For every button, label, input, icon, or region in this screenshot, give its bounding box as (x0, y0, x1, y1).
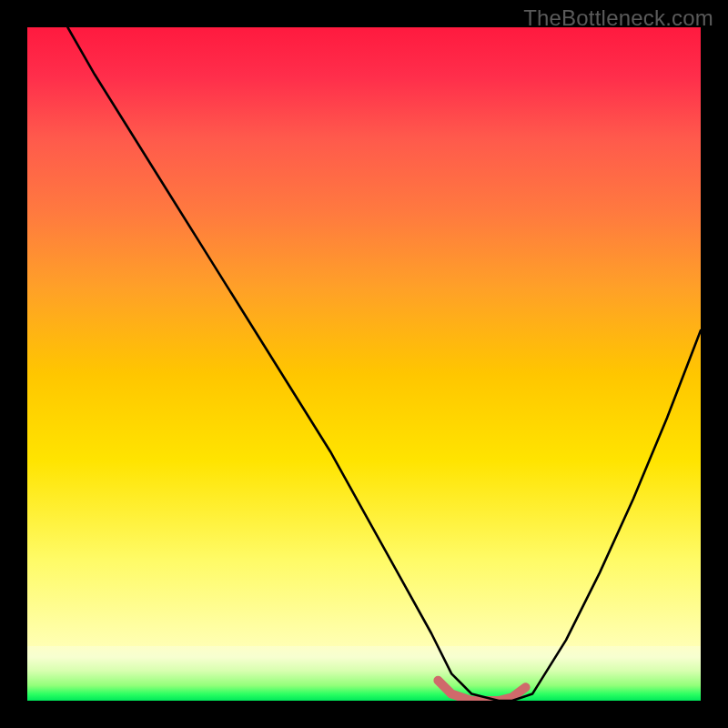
chart-frame: TheBottleneck.com (0, 0, 728, 728)
watermark-label: TheBottleneck.com (523, 5, 713, 31)
chart-svg (27, 27, 701, 701)
plot-area (27, 27, 701, 701)
bottleneck-curve (67, 27, 701, 701)
